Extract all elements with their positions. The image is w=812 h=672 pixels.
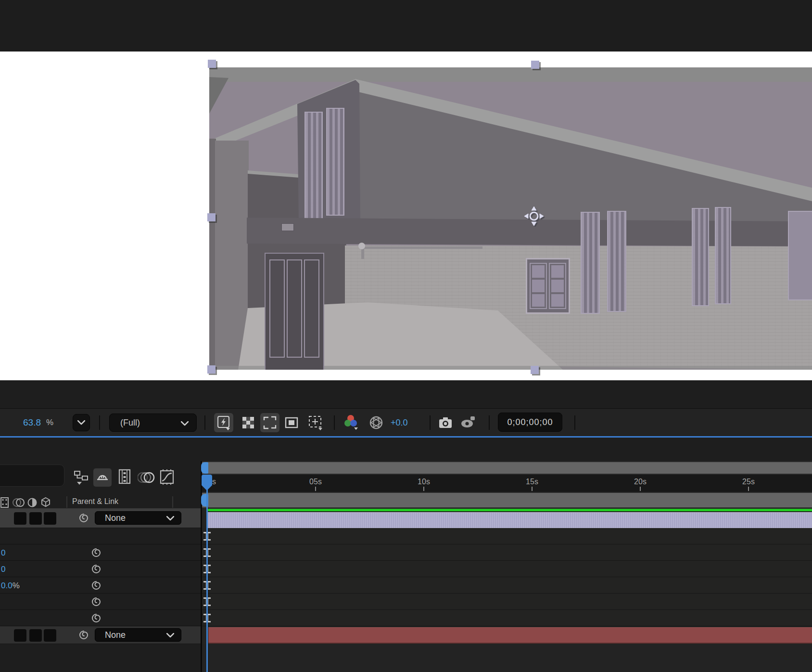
mask-visibility-button[interactable]: [282, 413, 301, 432]
exposure-value[interactable]: +0.0: [391, 418, 408, 428]
building-tall-window: [607, 211, 626, 312]
time-navigator-bar[interactable]: [202, 461, 812, 475]
motion-blur-icon[interactable]: [138, 470, 155, 485]
chevron-down-icon: [166, 633, 174, 638]
transparency-grid-button[interactable]: [239, 413, 258, 432]
layer-1-duration-bar[interactable]: [207, 512, 812, 528]
layer-2-duration-bar[interactable]: [208, 627, 812, 644]
ruler-label-4: 20s: [634, 478, 647, 486]
ruler-tick: [315, 487, 316, 491]
composition-viewer[interactable]: [0, 52, 812, 380]
zoom-dropdown-button[interactable]: [73, 414, 90, 431]
track-area-bottom-bg: [202, 644, 812, 672]
building-tall-window: [692, 208, 709, 306]
parent-link-header[interactable]: Parent & Link: [72, 497, 118, 506]
composition-image[interactable]: [209, 67, 812, 370]
selection-handle-bottom-left[interactable]: [207, 365, 216, 374]
property-rows-track: [202, 528, 812, 626]
property-pickwhip-icon[interactable]: [91, 596, 102, 607]
playhead-head[interactable]: [202, 475, 212, 485]
property-value-fragment[interactable]: 0.0%: [1, 581, 20, 591]
navigator-start-handle[interactable]: [201, 462, 208, 474]
opacity-unit: %: [13, 581, 20, 590]
layer-row-2[interactable]: None: [0, 626, 201, 644]
ruler-label-3: 15s: [526, 478, 538, 486]
property-pickwhip-icon[interactable]: [91, 564, 102, 574]
quality-column-icon[interactable]: [27, 497, 38, 508]
layer-row-1[interactable]: None: [0, 508, 201, 528]
property-pickwhip-icon[interactable]: [91, 580, 102, 591]
exposure-aperture-icon: [368, 415, 384, 430]
chevron-down-icon: [166, 516, 174, 521]
ruler-label-1: 05s: [309, 478, 322, 486]
parent-pickwhip-icon[interactable]: [78, 513, 89, 523]
resolution-dropdown[interactable]: (Full): [109, 414, 197, 432]
shy-toggle[interactable]: [93, 468, 112, 487]
layer-switch-box[interactable]: [29, 629, 42, 642]
building-upper-window-2: [326, 108, 344, 216]
column-divider: [172, 496, 173, 508]
cube-3d-column-icon[interactable]: [40, 497, 51, 508]
building-pipe: [362, 246, 482, 249]
building-tall-window: [788, 211, 812, 300]
timeline-search-input[interactable]: [0, 465, 64, 487]
building-double-door: [526, 258, 570, 314]
mask-visibility-icon: [284, 415, 299, 430]
top-panel-bar: [0, 0, 812, 52]
show-channel-button[interactable]: [341, 413, 362, 432]
timecode-display[interactable]: 0;00;00;00: [498, 413, 562, 432]
zoom-level-unit: %: [46, 418, 53, 427]
toolbar-separator: [489, 415, 490, 430]
graph-editor-icon[interactable]: [159, 468, 175, 486]
layer-switch-box[interactable]: [14, 629, 26, 642]
zoom-level-value[interactable]: 63.8: [23, 417, 41, 428]
toolbar-separator: [574, 415, 575, 430]
region-of-interest-button[interactable]: [260, 413, 279, 432]
property-value-fragment[interactable]: 0: [1, 548, 5, 558]
fast-previews-button[interactable]: [214, 413, 233, 432]
chevron-down-icon: [77, 420, 85, 425]
toolbar-separator: [99, 415, 100, 430]
work-area-bar[interactable]: [202, 492, 812, 508]
building-upper-window-1: [304, 112, 323, 220]
playhead-head-point: [202, 485, 212, 491]
timecode-value: 0;00;00;00: [507, 417, 553, 427]
frame-blending-icon[interactable]: [117, 468, 132, 486]
parent-link-dropdown-layer2[interactable]: None: [95, 628, 181, 642]
selection-handle-mid-left[interactable]: [207, 213, 216, 221]
toolbar-separator: [204, 415, 205, 430]
property-pickwhip-icon[interactable]: [91, 613, 102, 623]
playhead-line[interactable]: [206, 475, 208, 672]
rgb-channels-icon: [343, 414, 360, 431]
time-ruler[interactable]: [202, 475, 812, 492]
exposure-reset-button[interactable]: [367, 413, 386, 432]
layer-switch-box[interactable]: [44, 512, 56, 525]
layer-switch-box[interactable]: [14, 512, 26, 525]
transparency-grid-icon: [241, 415, 255, 430]
selection-handle-top-left[interactable]: [208, 60, 216, 68]
anchor-point-icon[interactable]: [523, 206, 545, 227]
opacity-value[interactable]: 0.0: [1, 581, 13, 590]
parent-link-dropdown-layer1[interactable]: None: [95, 511, 181, 525]
parent-pickwhip-icon[interactable]: [78, 630, 89, 640]
door-panel: [269, 259, 285, 358]
mini-flowchart-icon[interactable]: [73, 469, 89, 486]
layer-switch-box[interactable]: [44, 629, 56, 642]
frame-blend-column-icon[interactable]: [0, 497, 10, 508]
building-tall-window: [581, 212, 600, 314]
building-tall-window: [715, 207, 731, 304]
show-snapshot-button[interactable]: [458, 413, 478, 432]
ruler-tick: [423, 487, 424, 491]
motion-blur-column-icon[interactable]: [13, 497, 25, 508]
selection-handle-top-center[interactable]: [531, 61, 539, 69]
fast-previews-icon: [216, 414, 232, 431]
property-value-fragment[interactable]: 0: [1, 565, 5, 574]
take-snapshot-button[interactable]: [436, 413, 455, 432]
toolbar-separator: [334, 415, 335, 430]
guides-region-button[interactable]: [305, 413, 326, 432]
selection-handle-bottom-center[interactable]: [531, 366, 539, 374]
property-pickwhip-icon[interactable]: [91, 547, 102, 558]
parent-link-value: None: [105, 630, 126, 640]
viewer-pasteboard-strip: [0, 380, 812, 408]
layer-switch-box[interactable]: [29, 512, 42, 525]
